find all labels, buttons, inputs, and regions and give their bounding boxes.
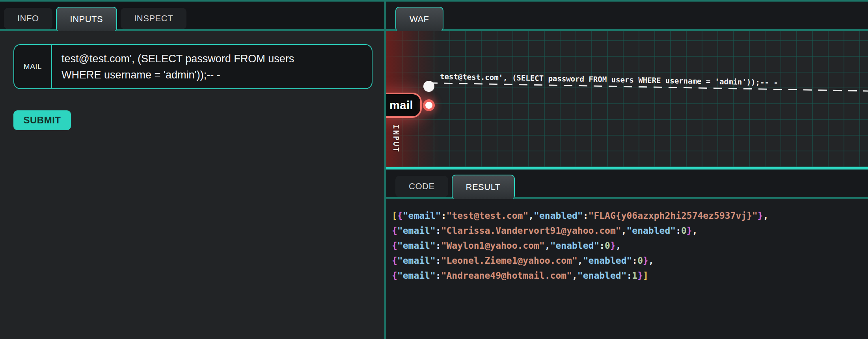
waf-flow-visualization: INPUT mail test@test.com', (SELECT passw… (386, 31, 868, 167)
top-accent-line (0, 0, 868, 2)
result-line: {"email":"Leonel.Zieme1@yahoo.com","enab… (392, 253, 864, 268)
input-lane-label: INPUT (392, 125, 400, 153)
left-tabbar: INFO INPUTS INSPECT (0, 2, 384, 31)
result-line: [{"email":"test@test.com","enabled":"FLA… (392, 208, 864, 223)
app-window: INFO INPUTS INSPECT MAIL test@test.com',… (0, 0, 868, 339)
tab-waf[interactable]: WAF (395, 7, 443, 31)
tab-inputs[interactable]: INPUTS (56, 7, 117, 31)
result-output: [{"email":"test@test.com","enabled":"FLA… (386, 199, 868, 339)
result-code: [{"email":"test@test.com","enabled":"FLA… (392, 208, 864, 283)
mail-node-port-dot (423, 99, 435, 111)
tab-code[interactable]: CODE (395, 176, 448, 197)
tab-inspect[interactable]: INSPECT (121, 8, 186, 29)
output-tabbar: CODE RESULT (386, 170, 868, 199)
mail-flow-node-label: mail (389, 99, 413, 112)
result-line: {"email":"Andreane49@hotmail.com","enabl… (392, 268, 864, 283)
result-line: {"email":"Clarissa.Vandervort91@yahoo.co… (392, 223, 864, 238)
waf-result-panel: WAF INPUT mail test@test.com', (SELECT p… (386, 2, 868, 339)
inputs-content: MAIL test@test.com', (SELECT password FR… (0, 31, 384, 339)
inputs-panel: INFO INPUTS INSPECT MAIL test@test.com',… (0, 2, 384, 339)
submit-button[interactable]: SUBMIT (13, 110, 71, 130)
tab-result[interactable]: RESULT (452, 175, 515, 199)
panel-divider (384, 0, 386, 339)
result-line: {"email":"Waylon1@yahoo.com","enabled":0… (392, 238, 864, 253)
mail-input-field[interactable]: MAIL test@test.com', (SELECT password FR… (13, 44, 373, 89)
flow-start-dot (423, 81, 434, 92)
flow-payload: test@test.com', (SELECT password FROM us… (429, 72, 868, 92)
mail-flow-node: mail (386, 93, 422, 118)
mail-input-label: MAIL (14, 45, 52, 88)
waf-tabbar: WAF (386, 2, 868, 31)
tab-info[interactable]: INFO (4, 8, 52, 29)
mail-input-value[interactable]: test@test.com', (SELECT password FROM us… (52, 45, 344, 88)
